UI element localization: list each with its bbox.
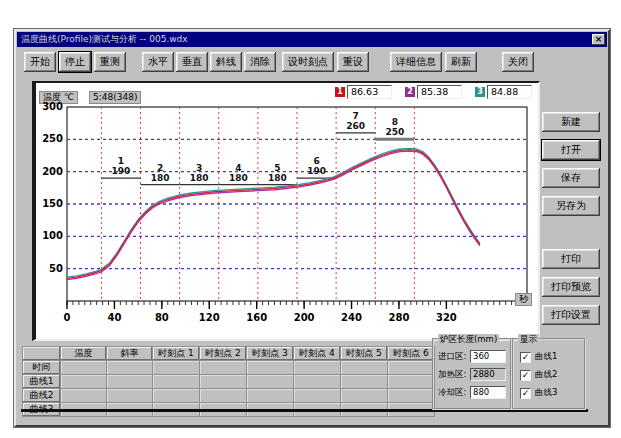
close-icon[interactable]: × — [592, 34, 605, 45]
toolbar-button-start[interactable]: 开始 — [24, 52, 56, 72]
legend-item-3: 384.88 — [475, 85, 532, 99]
side-button-open[interactable]: 打开 — [542, 140, 600, 160]
zone-number-8: 8 — [392, 117, 398, 127]
table-cell[interactable] — [107, 361, 153, 375]
zone-settemp-8: 250 — [385, 127, 404, 137]
oven-field-label: 冷却区: — [438, 387, 470, 399]
toolbar: 开始停止重测水平垂直斜线消除设时刻点重设详细信息刷新关闭 — [24, 50, 602, 74]
table-cell[interactable] — [341, 375, 388, 389]
curve-visibility-row: ✓曲线1 — [520, 351, 557, 363]
table-cell[interactable] — [153, 389, 200, 403]
table-cell[interactable] — [153, 375, 200, 389]
side-button-print-setup[interactable]: 打印设置 — [542, 305, 600, 325]
table-cell[interactable] — [107, 375, 153, 389]
x-tick-label-240: 240 — [341, 312, 362, 323]
toolbar-button-set-timepoints[interactable]: 设时刻点 — [282, 52, 334, 72]
table-cell[interactable] — [153, 361, 200, 375]
toolbar-button-remeasure[interactable]: 重测 — [94, 52, 126, 72]
table-cell[interactable] — [107, 389, 153, 403]
column-header: 斜率 — [107, 347, 153, 361]
oven-field-input[interactable]: 880 — [470, 386, 506, 399]
x-tick-label-160: 160 — [246, 312, 267, 323]
table-cell[interactable] — [294, 389, 341, 403]
table-cell[interactable] — [200, 361, 247, 375]
oven-field-row: 冷却区:880 — [438, 386, 506, 399]
x-tick-label-200: 200 — [294, 312, 315, 323]
oven-field-input: 2880 — [470, 368, 506, 381]
curve-visibility-row: ✓曲线2 — [520, 369, 557, 381]
y-tick-label-200: 200 — [42, 166, 63, 177]
zone-number-6: 6 — [313, 156, 319, 166]
column-header: 时刻点 2 — [200, 347, 247, 361]
table-cell[interactable] — [200, 375, 247, 389]
measurement-table: 温度斜率时刻点 1时刻点 2时刻点 3时刻点 4时刻点 5时刻点 6 时间曲线1… — [22, 346, 435, 417]
x-tick-label-280: 280 — [389, 312, 410, 323]
window-title: 温度曲线(Profile)测试与分析 -- 005.wdx — [21, 34, 188, 44]
table-cell[interactable] — [294, 361, 341, 375]
column-header: 时刻点 4 — [294, 347, 341, 361]
table-cell[interactable] — [61, 375, 107, 389]
table-cell[interactable] — [247, 375, 294, 389]
side-button-print-preview[interactable]: 打印预览 — [542, 277, 600, 297]
toolbar-button-details[interactable]: 详细信息 — [390, 52, 442, 72]
table-header: 温度斜率时刻点 1时刻点 2时刻点 3时刻点 4时刻点 5时刻点 6 — [23, 347, 435, 361]
table-cell[interactable] — [341, 361, 388, 375]
zone-settemp-5: 180 — [268, 173, 287, 183]
zone-settemp-1: 190 — [112, 166, 131, 176]
zone-number-1: 1 — [118, 156, 124, 166]
toolbar-button-slant[interactable]: 斜线 — [210, 52, 242, 72]
legend-value-2: 85.38 — [417, 85, 462, 99]
row-label: 曲线2 — [23, 389, 61, 403]
side-button-save[interactable]: 保存 — [542, 168, 600, 188]
x-tick-label-120: 120 — [199, 312, 220, 323]
toolbar-button-close[interactable]: 关闭 — [502, 52, 534, 72]
column-header: 时刻点 1 — [153, 347, 200, 361]
table-cell[interactable] — [388, 389, 435, 403]
chart-panel: 温度 ℃ 5:48(348) 186.63285.38384.88 119021… — [32, 81, 540, 341]
zone-settemp-6: 190 — [307, 166, 326, 176]
toolbar-button-reset[interactable]: 重设 — [337, 52, 369, 72]
checkbox-2[interactable]: ✓ — [520, 370, 531, 381]
x-tick-label-0: 0 — [64, 312, 71, 323]
zone-number-4: 4 — [235, 163, 241, 173]
checkbox-label: 曲线3 — [535, 387, 557, 399]
table-cell[interactable] — [341, 389, 388, 403]
side-button-save-as[interactable]: 另存为 — [542, 196, 600, 216]
row-label: 曲线1 — [23, 375, 61, 389]
toolbar-button-refresh[interactable]: 刷新 — [445, 52, 477, 72]
zone-number-2: 2 — [157, 163, 163, 173]
table-cell[interactable] — [61, 361, 107, 375]
toolbar-button-erase[interactable]: 消除 — [244, 52, 276, 72]
table-cell[interactable] — [294, 375, 341, 389]
side-button-print[interactable]: 打印 — [542, 249, 600, 269]
oven-field-input[interactable]: 360 — [470, 350, 506, 363]
table-cell[interactable] — [388, 375, 435, 389]
zone-number-5: 5 — [274, 163, 280, 173]
table-row: 曲线1 — [23, 375, 435, 389]
checkbox-label: 曲线1 — [535, 351, 557, 363]
table-row: 时间 — [23, 361, 435, 375]
table-cell[interactable] — [200, 389, 247, 403]
legend-color-swatch-1: 1 — [335, 87, 345, 97]
table-corner-cell — [23, 347, 61, 361]
zone-number-3: 3 — [196, 163, 202, 173]
table-cell[interactable] — [247, 389, 294, 403]
display-group-title: 显示 — [518, 334, 539, 344]
side-button-new[interactable]: 新建 — [542, 112, 600, 132]
table-cell[interactable] — [61, 389, 107, 403]
zone-settemp-3: 180 — [190, 173, 209, 183]
x-tick-label-80: 80 — [155, 312, 169, 323]
checkbox-3[interactable]: ✓ — [520, 388, 531, 399]
y-tick-label-100: 100 — [42, 230, 63, 241]
toolbar-button-horizontal[interactable]: 水平 — [142, 52, 174, 72]
legend-value-3: 84.88 — [487, 85, 532, 99]
table-cell[interactable] — [388, 361, 435, 375]
legend-value-1: 86.63 — [347, 85, 392, 99]
title-bar[interactable]: 温度曲线(Profile)测试与分析 -- 005.wdx × — [17, 32, 607, 47]
toolbar-button-vertical[interactable]: 垂直 — [176, 52, 208, 72]
toolbar-button-stop[interactable]: 停止 — [59, 52, 91, 72]
checkbox-1[interactable]: ✓ — [520, 352, 531, 363]
display-group: 显示 ✓曲线1✓曲线2✓曲线3 — [512, 338, 586, 410]
table-cell[interactable] — [247, 361, 294, 375]
oven-field-row: 加热区:2880 — [438, 368, 506, 381]
